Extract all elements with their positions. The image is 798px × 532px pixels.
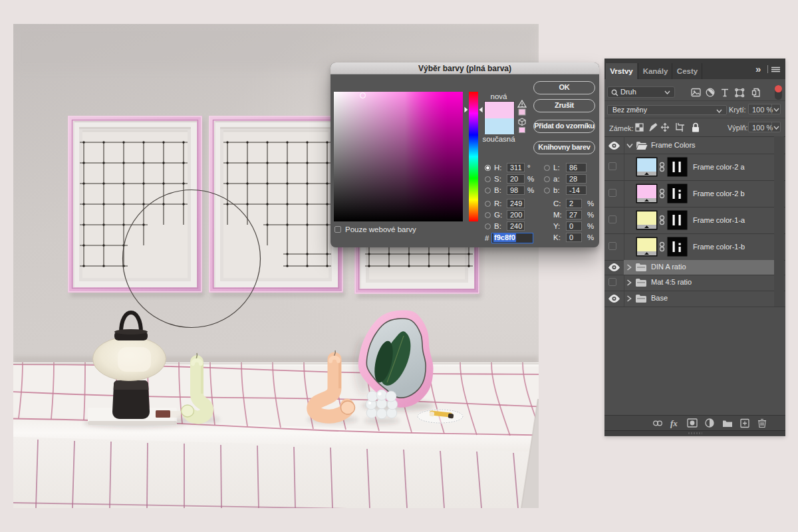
svg-text:fx: fx — [670, 418, 678, 428]
